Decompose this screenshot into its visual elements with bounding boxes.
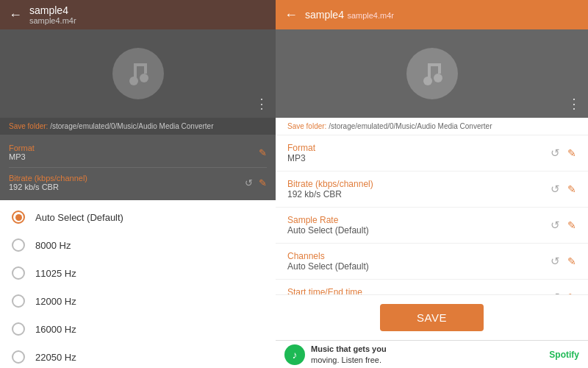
left-bitrate-edit-icon[interactable]: ✎ <box>259 177 267 188</box>
left-format-actions: ✎ <box>259 147 267 158</box>
setting-value: 192 kb/s CBR <box>287 189 551 199</box>
setting-text: FormatMP3 <box>287 143 551 163</box>
setting-actions: ↺✎ <box>551 255 576 268</box>
ad-text-line2: moving. Listen free. <box>311 355 381 364</box>
right-sf-path: /storage/emulated/0/Music/Audio Media Co… <box>329 122 492 130</box>
left-format-row: Format MP3 ✎ <box>9 141 267 164</box>
radio-label: 22050 Hz <box>35 352 76 363</box>
left-back-button[interactable]: ← <box>9 7 22 23</box>
left-dots-button[interactable]: ⋮ <box>255 96 268 112</box>
spotify-logo: Spotify <box>549 350 579 360</box>
svg-rect-3 <box>144 63 147 74</box>
left-bitrate-label: Bitrate (kbps/channel) <box>9 174 87 183</box>
save-button[interactable]: Save <box>380 304 484 331</box>
radio-item[interactable]: 11025 Hz <box>0 259 276 287</box>
setting-value: Auto Select (Default) <box>287 261 551 272</box>
setting-item: Start time/End time00:00:0-00:30:0↺✎ <box>276 280 588 294</box>
setting-reset-icon[interactable]: ↺ <box>551 146 560 160</box>
radio-item[interactable]: 12000 Hz <box>0 287 276 315</box>
setting-actions: ↺✎ <box>551 219 576 232</box>
left-format-value: MP3 <box>9 152 35 161</box>
setting-text: Start time/End time00:00:0-00:30:0 <box>287 287 551 294</box>
radio-outer <box>12 266 25 280</box>
svg-point-9 <box>434 74 442 82</box>
radio-label: 8000 Hz <box>35 240 71 251</box>
left-format-section: Format MP3 ✎ Bitrate (kbps/channel) 192 … <box>0 135 276 200</box>
setting-text: Sample RateAuto Select (Default) <box>287 215 551 236</box>
radio-outer <box>12 322 25 336</box>
radio-item[interactable]: 16000 Hz <box>0 315 276 343</box>
radio-label: Auto Select (Default) <box>35 212 123 223</box>
setting-label: Channels <box>287 251 551 261</box>
left-bitrate-actions: ↺ ✎ <box>245 177 267 188</box>
svg-rect-8 <box>438 63 441 74</box>
svg-point-4 <box>140 74 148 82</box>
setting-item: Bitrate (kbps/channel)192 kb/s CBR↺✎ <box>276 171 588 208</box>
right-header: ← sample4 sample4.m4r <box>276 0 588 29</box>
save-button-area: Save <box>276 294 588 340</box>
setting-actions: ↺✎ <box>551 146 576 160</box>
right-panel: ← sample4 sample4.m4r ⋮ Save folder: /st… <box>276 0 588 368</box>
ad-banner: ♪ Music that gets you moving. Listen fre… <box>276 340 588 368</box>
left-main-title: sample4 <box>29 4 76 16</box>
right-back-button[interactable]: ← <box>284 7 298 23</box>
setting-item: Sample RateAuto Select (Default)↺✎ <box>276 208 588 244</box>
setting-reset-icon[interactable]: ↺ <box>551 255 560 268</box>
radio-inner <box>15 214 22 221</box>
setting-label: Bitrate (kbps/channel) <box>287 179 551 189</box>
setting-edit-icon[interactable]: ✎ <box>567 219 576 231</box>
right-subtitle: sample4.m4r <box>347 11 394 20</box>
right-title-block: sample4 sample4.m4r <box>305 8 394 21</box>
setting-text: ChannelsAuto Select (Default) <box>287 251 551 272</box>
setting-label: Start time/End time <box>287 287 551 294</box>
radio-item[interactable]: Auto Select (Default) <box>0 203 276 231</box>
left-sf-path: /storage/emulated/0/Music/Audio Media Co… <box>50 122 213 130</box>
left-bitrate-row: Bitrate (kbps/channel) 192 kb/s CBR ↺ ✎ <box>9 171 267 194</box>
left-album-art: ⋮ <box>0 29 276 118</box>
left-radio-list: Auto Select (Default)8000 Hz11025 Hz1200… <box>0 200 276 368</box>
left-music-icon <box>112 48 164 99</box>
left-format-edit-icon[interactable]: ✎ <box>259 147 267 158</box>
setting-edit-icon[interactable]: ✎ <box>567 183 576 195</box>
setting-edit-icon[interactable]: ✎ <box>567 147 576 159</box>
setting-actions: ↺✎ <box>551 183 576 196</box>
left-subtitle: sample4.m4r <box>29 16 76 25</box>
setting-item: FormatMP3↺✎ <box>276 135 588 171</box>
setting-label: Sample Rate <box>287 215 551 225</box>
setting-reset-icon[interactable]: ↺ <box>551 219 560 232</box>
right-save-folder: Save folder: /storage/emulated/0/Music/A… <box>276 118 588 135</box>
right-dots-button[interactable]: ⋮ <box>567 96 581 112</box>
setting-item: ChannelsAuto Select (Default)↺✎ <box>276 244 588 280</box>
setting-text: Bitrate (kbps/channel)192 kb/s CBR <box>287 179 551 199</box>
radio-outer <box>12 210 25 224</box>
radio-outer <box>12 350 25 364</box>
radio-outer <box>12 294 25 308</box>
setting-label: Format <box>287 143 551 153</box>
right-album-art: ⋮ <box>276 29 588 118</box>
left-bitrate-value: 192 kb/s CBR <box>9 183 87 191</box>
left-bitrate-reset-icon[interactable]: ↺ <box>245 177 253 188</box>
right-music-icon <box>406 48 458 99</box>
radio-label: 16000 Hz <box>35 324 76 335</box>
setting-value: Auto Select (Default) <box>287 225 551 236</box>
setting-edit-icon[interactable]: ✎ <box>567 255 576 267</box>
left-format-label: Format <box>9 144 35 152</box>
radio-item[interactable]: 8000 Hz <box>0 231 276 259</box>
left-header: ← sample4 sample4.m4r <box>0 0 276 29</box>
setting-reset-icon[interactable]: ↺ <box>551 183 560 196</box>
ad-text: Music that gets you moving. Listen free. <box>311 344 387 365</box>
ad-text-line1: Music that gets you <box>311 344 387 353</box>
right-main-title: sample4 <box>305 9 344 21</box>
setting-value: MP3 <box>287 153 551 163</box>
radio-item[interactable]: 22050 Hz <box>0 343 276 368</box>
left-save-folder-bar: Save folder: /storage/emulated/0/Music/A… <box>0 118 276 135</box>
radio-label: 12000 Hz <box>35 296 76 307</box>
radio-outer <box>12 238 25 252</box>
left-sf-label: Save folder: <box>9 122 48 130</box>
radio-label: 11025 Hz <box>35 268 76 279</box>
left-title-block: sample4 sample4.m4r <box>29 4 76 25</box>
left-divider <box>9 167 267 168</box>
spotify-icon: ♪ <box>284 344 305 365</box>
settings-list: FormatMP3↺✎Bitrate (kbps/channel)192 kb/… <box>276 135 588 294</box>
left-panel: ← sample4 sample4.m4r ⋮ Save folder: /st… <box>0 0 276 368</box>
